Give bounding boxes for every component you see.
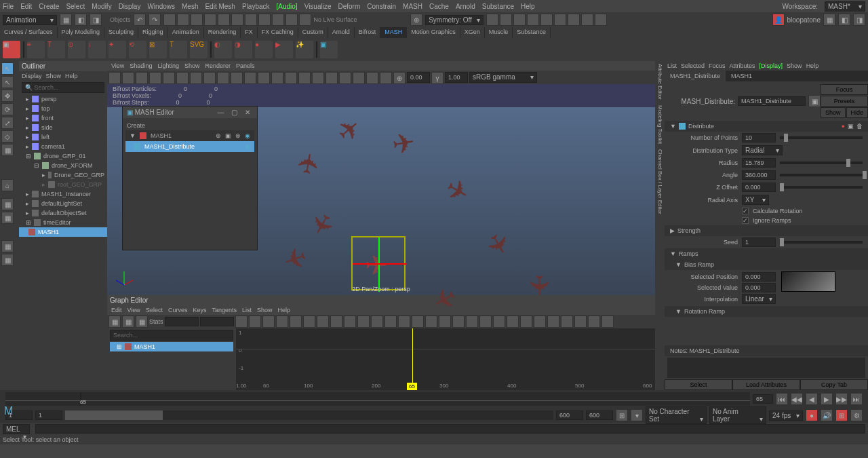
num-points-slider[interactable] — [780, 136, 863, 139]
radius-input[interactable] — [742, 158, 776, 168]
anim-layer-dropdown[interactable]: No Anim Layer — [709, 406, 766, 424]
vp-tool-icon[interactable] — [366, 72, 378, 84]
outliner-item[interactable]: ▸persp — [19, 94, 107, 104]
step-forward-icon[interactable]: ▶▶ — [835, 393, 848, 405]
vp-menu-show[interactable]: Show — [184, 62, 200, 69]
shelf-tab[interactable]: Poly Modeling — [58, 27, 105, 38]
ge-item[interactable]: ⊞MASH1 — [110, 342, 233, 351]
outliner-item[interactable]: ⊞timeEditor — [19, 218, 107, 227]
select-button[interactable]: Select — [665, 379, 732, 390]
tb-icon[interactable]: ▦ — [823, 14, 835, 26]
menu-deform[interactable]: Deform — [338, 3, 360, 10]
tb-icon[interactable]: ◨ — [853, 14, 865, 26]
ge-tool-icon[interactable] — [479, 316, 492, 328]
tb-icon[interactable] — [191, 14, 203, 26]
ge-tool-icon[interactable] — [330, 316, 342, 328]
menu-file[interactable]: File — [3, 3, 14, 10]
ge-tool-icon[interactable] — [601, 316, 614, 328]
ge-tool-icon[interactable] — [235, 316, 248, 328]
mash-editor-window[interactable]: ▣ MASH Editor — ▢ ✕ Create ▼MASH1 ⊕ ▣ ⊗ … — [122, 106, 258, 250]
ge-search[interactable]: Search... — [110, 330, 233, 341]
shelf-icon[interactable]: ✨ — [296, 41, 313, 58]
outliner-item[interactable]: ▸defaultObjectSet — [19, 208, 107, 218]
tb-icon[interactable] — [595, 14, 607, 26]
ge-tool-icon[interactable] — [561, 316, 573, 328]
radius-slider[interactable] — [780, 161, 863, 164]
tb-icon[interactable] — [204, 14, 216, 26]
exposure-input[interactable] — [407, 72, 430, 83]
seed-input[interactable] — [742, 237, 776, 247]
zoffset-input[interactable] — [742, 183, 776, 192]
outliner-item[interactable]: ⊟drone_XFORM — [19, 161, 107, 170]
outliner-item[interactable]: ▸camera1 — [19, 142, 107, 151]
menu-cache[interactable]: Cache — [429, 3, 449, 10]
ge-tool-icon[interactable]: ▦ — [108, 316, 121, 328]
tb-icon[interactable] — [177, 14, 189, 26]
ge-tool-icon[interactable] — [357, 316, 370, 328]
play-forward-icon[interactable]: ▶ — [821, 393, 833, 405]
bias-ramp-section[interactable]: ▼Bias Ramp — [665, 259, 868, 270]
ge-menu-help[interactable]: Help — [277, 307, 290, 313]
tool-icon[interactable]: ▦ — [1, 144, 14, 156]
sel-pos-input[interactable] — [742, 272, 776, 282]
colorspace-dropdown[interactable]: sRGB gamma — [469, 72, 537, 83]
shelf-tab[interactable]: Motion Graphics — [407, 27, 460, 38]
shelf-tab[interactable]: Rigging — [138, 27, 168, 38]
ge-stat-input[interactable] — [165, 317, 199, 326]
outliner-item[interactable]: ▸defaultLightSet — [19, 199, 107, 208]
tool-icon[interactable]: ⌂ — [1, 179, 14, 191]
shelf-tab[interactable]: XGen — [460, 27, 485, 38]
tb-icon[interactable]: ◧ — [75, 14, 87, 26]
shelf-tab[interactable]: Curves / Surfaces — [0, 27, 58, 38]
seed-slider[interactable] — [780, 241, 863, 244]
ge-tool-icon[interactable] — [303, 316, 315, 328]
enable-icon[interactable]: ● — [842, 123, 845, 130]
ae-menu-selected[interactable]: Selected — [681, 62, 705, 69]
menu-constrain[interactable]: Constrain — [367, 3, 396, 10]
node-name-input[interactable] — [738, 96, 806, 106]
tool-icon[interactable]: ▦ — [1, 254, 14, 266]
tb-icon[interactable]: ◧ — [838, 14, 850, 26]
range-e[interactable] — [586, 411, 613, 420]
menu-visualize[interactable]: Visualize — [304, 3, 332, 10]
outliner-item[interactable]: ▸front — [19, 113, 107, 123]
tool-icon[interactable]: ◇ — [1, 130, 14, 142]
tl-icon[interactable]: ▾ — [631, 409, 643, 421]
ge-tool-icon[interactable] — [371, 316, 383, 328]
ge-menu-edit[interactable]: Edit — [111, 307, 122, 313]
shelf-tab[interactable]: Animation — [168, 27, 204, 38]
vp-menu-panels[interactable]: Panels — [236, 62, 255, 69]
outliner-item[interactable]: ▸Drone_GEO_GRP — [19, 170, 107, 180]
vp-tool-icon[interactable] — [163, 72, 175, 84]
shelf-icon[interactable]: ↓ — [88, 41, 106, 58]
focus-button[interactable]: Focus — [821, 84, 868, 95]
zoffset-slider[interactable] — [780, 186, 863, 189]
play-back-icon[interactable]: ◀ — [806, 393, 818, 405]
ge-tool-icon[interactable] — [344, 316, 356, 328]
ge-tool-icon[interactable] — [249, 316, 261, 328]
vp-tool-icon[interactable]: γ — [431, 72, 443, 84]
vp-tool-icon[interactable] — [285, 72, 297, 84]
vp-tool-icon[interactable] — [203, 72, 216, 84]
rotate-tool-icon[interactable]: ⟳ — [1, 103, 14, 115]
shelf-icon[interactable]: ⊙ — [68, 41, 85, 58]
tb-icon[interactable]: ⊕ — [410, 14, 422, 26]
vp-tool-icon[interactable] — [108, 72, 121, 84]
angle-slider[interactable] — [780, 174, 863, 176]
tb-icon[interactable] — [299, 14, 311, 26]
tb-icon[interactable] — [231, 14, 243, 26]
outliner-item[interactable]: ⊟drone_GRP_01 — [19, 151, 107, 161]
shelf-icon[interactable]: ▶ — [275, 41, 293, 58]
tb-icon[interactable] — [513, 14, 526, 26]
ge-tool-icon[interactable] — [317, 316, 329, 328]
menu-arnold[interactable]: Arnold — [456, 3, 475, 10]
tool-icon[interactable]: ▦ — [1, 240, 14, 252]
ae-menu-attributes[interactable]: Attributes — [730, 62, 755, 69]
rewind-start-icon[interactable]: ⏮ — [776, 393, 788, 405]
shelf-tab[interactable]: Bifrost — [355, 27, 381, 38]
select-tool-icon[interactable]: ↖ — [1, 62, 14, 75]
menu-windows[interactable]: Windows — [147, 3, 175, 10]
shelf-icon[interactable]: ◐ — [214, 41, 232, 58]
menu-audio[interactable]: [Audio] — [277, 3, 298, 10]
shelf-icon[interactable]: T — [47, 41, 65, 58]
